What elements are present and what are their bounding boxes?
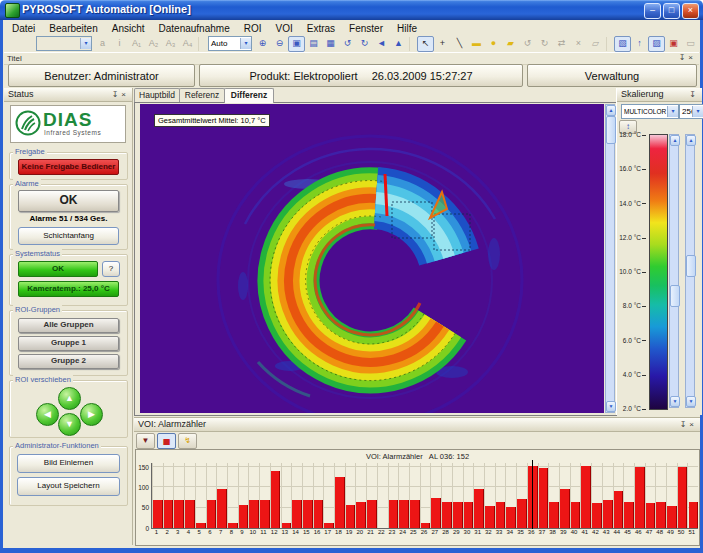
gruppe1-button[interactable]: Gruppe 1 [18,336,119,351]
x-label-34: 34 [504,529,515,537]
x-label-12: 12 [269,529,280,537]
zoom-fit-icon[interactable]: ▣ [288,36,305,52]
filter-icon[interactable]: ▼ [136,433,155,449]
single-view-icon[interactable]: ▤ [305,36,322,52]
tab-hauptbild[interactable]: Hauptbild [134,88,180,103]
x-label-2: 2 [162,529,173,537]
zoom-in-icon[interactable]: ⊕ [254,36,271,52]
draw-line-icon[interactable]: ╲ [451,36,468,52]
thermal-image[interactable]: Gesamtmittelwert Mittel: 10,7 °C [140,104,604,413]
toolbar-separator [606,37,612,51]
user-button[interactable]: Benutzer: Administrator [8,64,195,87]
pin-icon[interactable]: ↧ [112,90,122,99]
bring-front-icon[interactable]: ↑ [631,36,648,52]
x-label-3: 3 [172,529,183,537]
tab-referenz[interactable]: Referenz [179,88,225,103]
alle-gruppen-button[interactable]: Alle Gruppen [18,318,119,333]
stop-icon[interactable]: ▣ [665,36,682,52]
move-up-button[interactable]: ▲ [58,387,81,410]
alarm-ok-button[interactable]: OK [18,190,119,212]
schichtanfang-button[interactable]: Schichtanfang [18,227,119,245]
close-icon[interactable]: × [688,53,696,62]
rotate-left-icon[interactable]: ↺ [339,36,356,52]
palette-select[interactable]: MULTICOLOR ▾ [621,104,679,119]
pin-icon[interactable]: ↧ [689,90,699,99]
gridline [152,486,698,487]
layout-speichern-button[interactable]: Layout Speichern [17,477,120,496]
verwaltung-button[interactable]: Verwaltung [527,64,697,87]
bar-34 [506,507,516,528]
draw-polygon-icon[interactable]: ▰ [502,36,519,52]
x-label-11: 11 [258,529,269,537]
x-label-36: 36 [526,529,537,537]
menu-item-hilfe[interactable]: Hilfe [391,22,423,35]
move-down-button[interactable]: ▼ [58,413,81,436]
menu-item-extras[interactable]: Extras [301,22,341,35]
zoom-combo[interactable]: Auto▾ [208,36,252,51]
roi-mirror-icon: ⇄ [553,36,570,52]
image-vertical-scrollbar[interactable]: ▲ ▼ [605,104,615,413]
scroll-down-icon[interactable]: ▼ [686,396,696,407]
send-back-icon[interactable]: ▨ [648,36,665,52]
close-icon[interactable]: × [689,420,697,429]
menu-item-voi[interactable]: VOI [269,22,298,35]
scroll-down-icon[interactable]: ▼ [606,401,616,412]
menu-item-datenaufnahme[interactable]: Datenaufnahme [153,22,236,35]
bar-41 [581,466,591,528]
menu-item-bearbeiten[interactable]: Bearbeiten [43,22,103,35]
x-label-18: 18 [333,529,344,537]
scroll-down-icon[interactable]: ▼ [670,396,680,407]
x-label-28: 28 [440,529,451,537]
pin-icon[interactable]: ↧ [680,420,690,429]
menu-item-roi[interactable]: ROI [238,22,268,35]
menu-item-datei[interactable]: Datei [6,22,41,35]
chevron-down-icon[interactable]: ▾ [667,106,678,117]
tab-differenz[interactable]: Differenz [224,88,274,103]
scroll-up-icon[interactable]: ▲ [606,105,616,116]
flash-icon[interactable]: ↯ [178,433,197,449]
grid-view-icon[interactable]: ▦ [322,36,339,52]
bar-51 [689,502,699,528]
chevron-down-icon[interactable]: ▾ [80,38,91,49]
product-button[interactable]: Produkt: Elektropoliert 26.03.2009 15:27… [199,64,523,87]
bar-chart-icon[interactable]: ▅ [157,433,176,449]
select-pointer-icon[interactable]: ↖ [417,36,434,52]
scroll-up-icon[interactable]: ▲ [686,135,696,146]
draw-ellipse-icon[interactable]: ● [485,36,502,52]
scrollbar-thumb[interactable] [606,116,616,144]
rotate-right-icon[interactable]: ↻ [356,36,373,52]
chevron-down-icon[interactable]: ▾ [692,106,703,117]
menu-item-ansicht[interactable]: Ansicht [106,22,151,35]
gruppe2-button[interactable]: Gruppe 2 [18,354,119,369]
scale-min-scrollbar[interactable]: ▲ ▼ [685,134,695,408]
move-left-button[interactable]: ◀ [36,403,59,426]
close-icon[interactable]: × [121,90,129,99]
flip-horizontal-icon[interactable]: ◄ [373,36,390,52]
scroll-up-icon[interactable]: ▲ [670,135,680,146]
draw-rectangle-icon[interactable]: ▬ [468,36,485,52]
pin-icon[interactable]: ↧ [679,53,689,62]
close-button[interactable]: × [682,3,699,19]
flip-vertical-icon[interactable]: ▲ [390,36,407,52]
bar-7 [217,489,227,528]
bar-37 [539,468,549,528]
bild-einlernen-button[interactable]: Bild Einlernen [17,454,120,473]
bar-20 [356,502,366,528]
move-right-button[interactable]: ▶ [80,403,103,426]
freigabe-status-button[interactable]: Keine Freigabe Bediener [18,159,119,175]
scrollbar-thumb[interactable] [670,285,680,307]
levels-select[interactable]: 256 ▾ [679,104,703,119]
snap-grid-icon[interactable]: ▧ [614,36,631,52]
bar-29 [453,502,463,528]
system-help-button[interactable]: ? [102,261,120,277]
add-node-icon[interactable]: + [434,36,451,52]
zoom-out-icon[interactable]: ⊖ [271,36,288,52]
scrollbar-thumb[interactable] [686,255,696,277]
minimize-button[interactable]: – [644,3,661,19]
chevron-down-icon[interactable]: ▾ [240,38,251,49]
chart-cursor[interactable] [532,460,533,529]
menu-item-fenster[interactable]: Fenster [343,22,389,35]
scale-max-scrollbar[interactable]: ▲ ▼ [669,134,679,408]
title-bar[interactable]: PYROSOFT Automation [Online] –□× [0,0,703,20]
restore-button[interactable]: □ [663,3,680,19]
